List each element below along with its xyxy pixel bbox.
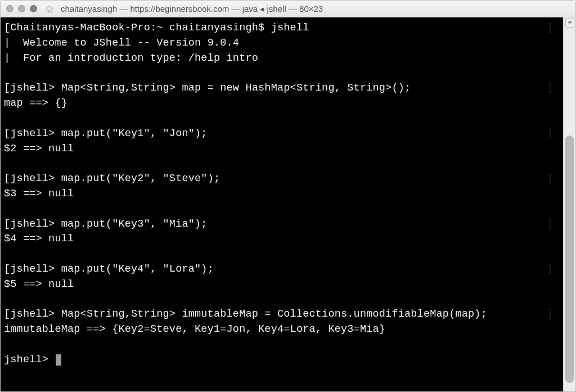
maximize-button[interactable] [30, 5, 37, 12]
terminal-line: $2 ==> null [4, 142, 560, 157]
cursor [56, 354, 61, 366]
terminal-line [4, 292, 560, 308]
menu-icon[interactable]: ≡ [565, 19, 574, 28]
terminal-line [4, 66, 560, 81]
terminal-line: [jshell> map.put("Key3", "Mia");] [4, 217, 560, 232]
terminal-line: | For an introduction type: /help intro [4, 51, 560, 66]
terminal-line: $4 ==> null [4, 232, 560, 247]
traffic-lights [6, 5, 37, 12]
terminal-line: [jshell> map.put("Key2", "Steve");] [4, 172, 560, 187]
terminal-line: | Welcome to JShell -- Version 9.0.4 [4, 36, 560, 51]
terminal-line: immutableMap ==> {Key2=Steve, Key1=Jon, … [4, 322, 560, 337]
terminal-line: $3 ==> null [4, 187, 560, 202]
terminal-line: $5 ==> null [4, 277, 560, 292]
terminal-line [4, 202, 560, 217]
terminal-line [4, 247, 560, 262]
titlebar[interactable]: chaitanyasingh — https://beginnersbook.c… [1, 1, 575, 17]
home-icon [45, 5, 54, 13]
terminal-line: [Chaitanyas-MacBook-Pro:~ chaitanyasingh… [4, 21, 560, 36]
terminal-line [4, 156, 560, 172]
terminal-output[interactable]: [Chaitanyas-MacBook-Pro:~ chaitanyasingh… [1, 17, 563, 391]
terminal-line: map ==> {} [4, 96, 560, 111]
minimize-button[interactable] [18, 5, 25, 12]
scrollbar-thumb[interactable] [565, 136, 574, 383]
terminal-area: [Chaitanyas-MacBook-Pro:~ chaitanyasingh… [1, 17, 575, 391]
terminal-prompt[interactable]: jshell> [4, 353, 560, 368]
terminal-line: [jshell> Map<String,String> map = new Ha… [4, 81, 560, 96]
close-button[interactable] [6, 5, 14, 12]
terminal-line: [jshell> map.put("Key1", "Jon");] [4, 127, 560, 142]
terminal-line: [jshell> map.put("Key4", "Lora");] [4, 262, 560, 277]
prompt-text: jshell> [4, 354, 55, 366]
terminal-line [4, 111, 560, 127]
terminal-line: [jshell> Map<String,String> immutableMap… [4, 307, 560, 322]
window-title: chaitanyasingh — https://beginnersbook.c… [61, 4, 323, 14]
right-gutter: ≡ [563, 17, 575, 391]
terminal-window: chaitanyasingh — https://beginnersbook.c… [0, 0, 576, 392]
terminal-line [4, 337, 560, 353]
